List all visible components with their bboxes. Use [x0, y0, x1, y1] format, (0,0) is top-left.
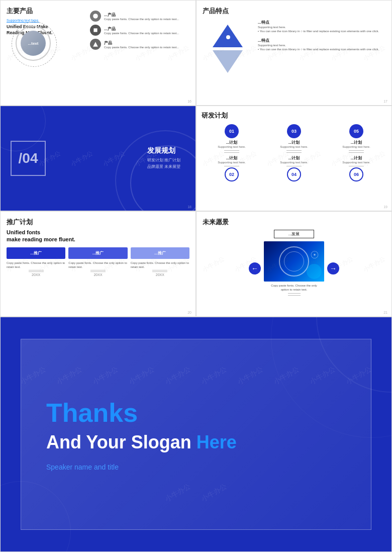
- list-item: ...产品 Copy paste fonts. Choose the only …: [90, 25, 190, 36]
- slide5-tagline: Unified fonts make reading more fluent.: [7, 229, 189, 243]
- plan-item-01: 01 ...计划 Supporting text here.: [202, 124, 262, 153]
- slide4-page-num: 19: [383, 205, 387, 209]
- promo-col-1: ...推广 Copy paste fonts. Choose the only …: [7, 247, 65, 277]
- slide6-title: 未来愿景: [203, 218, 385, 227]
- svg-rect-1: [93, 28, 97, 32]
- slide-thanks: 小牛办公 小牛办公 小牛办公 小牛办公 小牛办公 小牛办公 小牛办公 小牛办公 …: [0, 317, 392, 552]
- promo-detail-1: Copy paste fonts. Choose the only option…: [7, 261, 65, 269]
- carousel-next-button[interactable]: →: [327, 262, 339, 274]
- svg-point-0: [93, 14, 98, 19]
- slide6-develop-label: ...发展: [274, 230, 314, 238]
- promo-detail-3: Copy paste fonts. Choose the only option…: [131, 261, 189, 269]
- slide7-slogan: And Your Slogan Here: [46, 432, 346, 453]
- feature-item: ...特点 Supporting text here. • You can us…: [258, 20, 385, 34]
- slide-rd-plan: 小牛办公小牛办公小牛办公 小牛办公小牛办公小牛办公 研发计划 01 ...计划 …: [196, 106, 392, 211]
- slide6-carousel: ← ☉ Copy paste fonts. Choose the onlyopt…: [203, 241, 385, 296]
- slide1-products: ...产品 Copy paste fonts. Choose the only …: [90, 11, 190, 53]
- slide2-title: 产品特点: [203, 7, 385, 16]
- slide2-number: 17: [383, 100, 387, 103]
- slide7-thanks: Thanks: [46, 398, 346, 428]
- slide3-number: /04: [11, 141, 46, 176]
- plan-item-03: 03 ...计划 Supporting text here.: [264, 124, 324, 153]
- slide4-plan-grid: 01 ...计划 Supporting text here. 03 ...计划 …: [202, 124, 386, 185]
- slide5-title: 推广计划: [7, 218, 189, 227]
- slide5-page-num: 20: [187, 311, 191, 314]
- feature-item: ...特点 Supporting text here. • You can us…: [258, 38, 385, 52]
- promo-card-2: ...推广: [68, 247, 127, 259]
- slide2-arrows: [203, 25, 253, 73]
- bg-circle-2: [115, 130, 196, 211]
- plan-item-label3: ...计划 Supporting text here. 06: [326, 155, 386, 185]
- promo-col-3: ...推广 Copy paste fonts. Choose the only …: [131, 247, 189, 277]
- promo-detail-2: Copy paste fonts. Choose the only option…: [68, 261, 127, 269]
- slide-product-features: 小牛办公小牛办公小牛办公 小牛办公小牛办公小牛办公 产品特点 ...特点: [196, 0, 392, 106]
- slide4-title: 研发计划: [202, 111, 386, 120]
- slide6-caption: Copy paste fonts. Choose the onlyoption …: [271, 284, 317, 292]
- slide-promo-plan: 小牛办公小牛办公小牛办公 小牛办公小牛办公小牛办公 推广计划 Unified f…: [0, 211, 196, 317]
- slide7-content-box: Thanks And Your Slogan Here Speaker name…: [21, 339, 371, 530]
- slide1-circle-graphic: ...text: [16, 26, 56, 66]
- list-item: ...产品 Copy paste fonts. Choose the only …: [90, 11, 190, 22]
- svg-marker-2: [93, 42, 98, 47]
- slide2-content: ...特点 Supporting text here. • You can us…: [203, 20, 385, 73]
- slide5-promo-cards: ...推广 Copy paste fonts. Choose the only …: [7, 247, 189, 277]
- slide-development-plan: 小牛办公小牛办公 小牛办公小牛办公 /04 发展规划 研发计划 推广计划 品牌愿…: [0, 106, 196, 211]
- slide3-text: 发展规划 研发计划 推广计划 品牌愿景 未来展望: [147, 146, 180, 170]
- promo-col-2: ...推广 Copy paste fonts. Choose the only …: [68, 247, 127, 277]
- slide3-page-num: 18: [187, 205, 191, 209]
- promo-card-1: ...推广: [7, 247, 65, 259]
- slide1-number: 16: [187, 100, 191, 103]
- slide-future-vision: 小牛办公小牛办公小牛办公 小牛办公小牛办公小牛办公 未来愿景 ...发展 ← ☉…: [196, 211, 392, 317]
- slide7-speaker: Speaker name and title: [46, 463, 346, 471]
- promo-card-3: ...推广: [131, 247, 189, 259]
- slide-main-products: 小牛办公小牛办公小牛办公 小牛办公小牛办公小牛办公 主要产品 Supportin…: [0, 0, 196, 106]
- carousel-image: ☉: [264, 241, 324, 282]
- slide2-features: ...特点 Supporting text here. • You can us…: [258, 20, 385, 73]
- plan-item-label2: ...计划 Supporting text here. 04: [264, 155, 324, 185]
- plan-item-05: 05 ...计划 Supporting text here.: [326, 124, 386, 153]
- plan-item-label: ...计划 Supporting text here. 02: [202, 155, 262, 185]
- slide6-page-num: 21: [383, 311, 387, 314]
- carousel-prev-button[interactable]: ←: [249, 262, 261, 274]
- list-item: 产品 Copy paste fonts. Choose the only opt…: [90, 39, 190, 50]
